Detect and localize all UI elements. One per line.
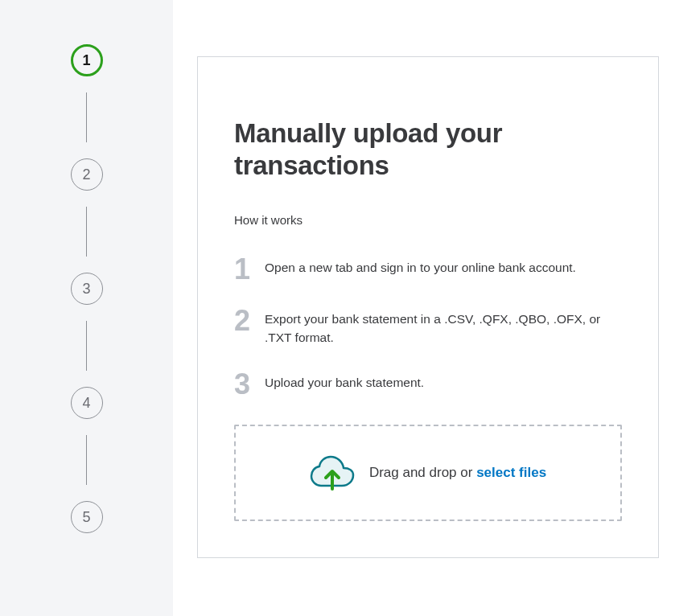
page-title: Manually upload your transactions (234, 117, 622, 181)
how-it-works-subtitle: How it works (234, 213, 622, 227)
instruction-number: 3 (234, 370, 265, 399)
file-dropzone[interactable]: Drag and drop or select files (234, 425, 622, 521)
select-files-link[interactable]: select files (476, 465, 546, 480)
instruction-text: Upload your bank statement. (265, 370, 424, 392)
content-card: Manually upload your transactions How it… (197, 56, 659, 558)
step-connector (86, 435, 88, 485)
instruction-item: 3 Upload your bank statement. (234, 370, 622, 399)
instruction-item: 2 Export your bank statement in a .CSV, … (234, 306, 622, 347)
step-connector (86, 321, 88, 371)
step-indicator-3[interactable]: 3 (71, 273, 103, 305)
cloud-upload-icon (310, 450, 355, 495)
instruction-text: Open a new tab and sign in to your onlin… (265, 255, 576, 277)
instruction-number: 1 (234, 255, 265, 284)
instruction-text: Export your bank statement in a .CSV, .Q… (265, 306, 622, 347)
instruction-number: 2 (234, 306, 265, 335)
instruction-item: 1 Open a new tab and sign in to your onl… (234, 255, 622, 284)
step-indicator-5[interactable]: 5 (71, 501, 103, 533)
main-panel: Manually upload your transactions How it… (173, 0, 675, 616)
step-indicator-4[interactable]: 4 (71, 387, 103, 419)
stepper-sidebar: 1 2 3 4 5 (0, 0, 173, 616)
step-indicator-1[interactable]: 1 (71, 44, 103, 76)
step-connector (86, 92, 88, 142)
dropzone-text: Drag and drop or select files (369, 465, 546, 481)
step-indicator-2[interactable]: 2 (71, 158, 103, 191)
step-connector (86, 207, 88, 257)
dropzone-prefix: Drag and drop or (369, 465, 476, 480)
